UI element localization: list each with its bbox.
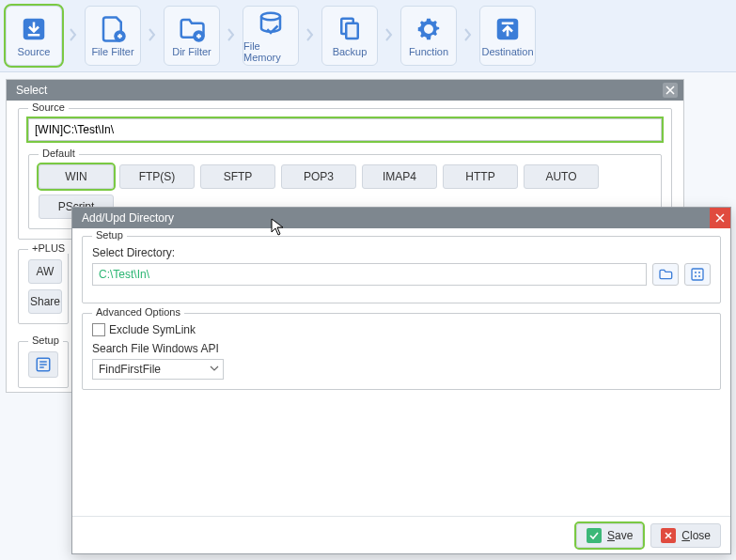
toolbar-label: File Memory: [243, 40, 298, 63]
toolbar-file-memory[interactable]: File Memory: [243, 6, 299, 66]
db-check-icon: [256, 8, 286, 39]
save-label-rest: ave: [615, 529, 633, 542]
dialog-titlebar: Add/Upd Directory: [72, 208, 730, 228]
protocol-ftps-button[interactable]: FTP(S): [119, 164, 195, 189]
toolbar-label: File Filter: [91, 46, 133, 57]
protocol-imap4-button[interactable]: IMAP4: [362, 164, 437, 189]
chevron-down-icon: [210, 363, 219, 376]
toolbar-label: Dir Filter: [172, 46, 211, 57]
svg-rect-10: [692, 269, 703, 280]
plus-fieldset: +PLUS AW Share: [18, 249, 69, 324]
protocol-http-button[interactable]: HTTP: [443, 164, 518, 189]
chevron-right-icon: [305, 28, 316, 44]
select-directory-label: Select Directory:: [92, 246, 711, 259]
svg-point-4: [261, 13, 280, 21]
dialog-title-text: Add/Upd Directory: [82, 211, 174, 225]
download-icon: [19, 14, 49, 44]
close-mnemonic: C: [681, 529, 690, 542]
svg-point-13: [695, 275, 697, 277]
close-button[interactable]: Close: [650, 523, 721, 548]
svg-point-11: [695, 272, 697, 273]
chevron-right-icon: [384, 28, 395, 44]
directory-input[interactable]: [92, 263, 647, 286]
svg-point-12: [698, 272, 700, 273]
copy-icon: [335, 14, 365, 44]
toolbar-dir-filter[interactable]: Dir Filter: [164, 6, 220, 66]
save-mnemonic: S: [607, 529, 615, 542]
dialog-setup-legend: Setup: [92, 229, 127, 241]
toolbar-file-filter[interactable]: File Filter: [85, 6, 141, 66]
chevron-right-icon: [147, 28, 158, 44]
exclude-symlink-checkbox[interactable]: [92, 323, 105, 336]
select-titlebar: Select: [7, 80, 683, 101]
dialog-footer: Save Close: [72, 516, 730, 553]
chevron-right-icon: [68, 28, 79, 44]
protocol-win-button[interactable]: WIN: [39, 164, 114, 189]
setup-fieldset: Setup Select Directory:: [82, 236, 721, 303]
browse-folder-button[interactable]: [652, 263, 679, 286]
setup-fieldset: Setup: [18, 341, 69, 388]
toolbar-label: Destination: [481, 46, 533, 57]
svg-rect-8: [502, 23, 514, 25]
protocol-pop3-button[interactable]: POP3: [281, 164, 356, 189]
toolbar-backup[interactable]: Backup: [321, 6, 378, 66]
toolbar-label: Source: [18, 46, 51, 57]
select-close-button[interactable]: [663, 83, 678, 98]
plus-legend: +PLUS: [28, 242, 69, 254]
protocol-auto-button[interactable]: AUTO: [524, 164, 599, 189]
search-api-label: Search File Windows API: [92, 342, 711, 355]
svg-rect-6: [346, 23, 358, 39]
upload-icon: [493, 14, 523, 44]
toolbar-source[interactable]: Source: [6, 6, 62, 66]
exclude-symlink-label: Exclude SymLink: [109, 323, 196, 336]
source-legend: Source: [28, 101, 69, 113]
setup-button[interactable]: [28, 351, 58, 378]
plus-share-button[interactable]: Share: [28, 289, 62, 314]
chevron-right-icon: [462, 28, 474, 44]
svg-rect-1: [28, 34, 40, 37]
protocol-sftp-button[interactable]: SFTP: [200, 164, 275, 189]
gear-icon: [414, 14, 444, 44]
close-label-rest: lose: [690, 529, 711, 542]
close-icon: [661, 528, 676, 543]
svg-point-14: [698, 275, 700, 277]
toolbar-function[interactable]: Function: [400, 6, 457, 66]
toolbar-label: Backup: [333, 46, 368, 57]
toolbar-label: Function: [409, 46, 448, 57]
folder-plus-icon: [177, 14, 207, 44]
check-icon: [587, 528, 602, 543]
search-api-value: FindFirstFile: [99, 363, 161, 376]
advanced-options-fieldset: Advanced Options Exclude SymLink Search …: [82, 313, 721, 390]
save-button[interactable]: Save: [576, 523, 643, 548]
source-path-input[interactable]: [28, 118, 662, 141]
main-toolbar: Source File Filter Dir Filter File Memor…: [0, 0, 736, 72]
plus-aw-button[interactable]: AW: [28, 259, 62, 284]
toolbar-destination[interactable]: Destination: [479, 6, 536, 66]
select-title-text: Select: [16, 84, 47, 97]
advanced-legend: Advanced Options: [92, 306, 184, 318]
setup-legend: Setup: [28, 334, 63, 346]
search-api-select[interactable]: FindFirstFile: [92, 359, 224, 380]
file-plus-icon: [98, 14, 128, 44]
add-upd-directory-dialog: Add/Upd Directory Setup Select Directory…: [71, 207, 731, 554]
chevron-right-icon: [226, 28, 237, 44]
directory-options-button[interactable]: [684, 263, 711, 286]
dialog-close-button[interactable]: [710, 208, 730, 228]
default-legend: Default: [39, 148, 79, 159]
